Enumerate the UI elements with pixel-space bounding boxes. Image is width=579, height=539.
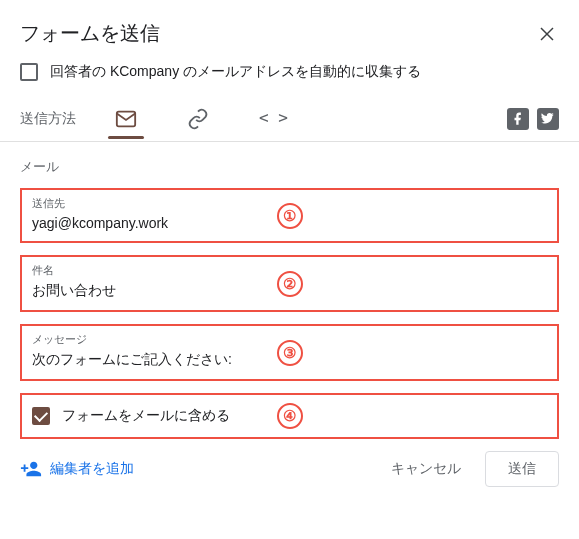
to-field[interactable]: 送信先 yagi@kcompany.work ① <box>20 188 559 243</box>
message-field[interactable]: メッセージ 次のフォームにご記入ください: ③ <box>20 324 559 381</box>
dialog-title: フォームを送信 <box>20 20 160 47</box>
dialog-footer: 編集者を追加 キャンセル 送信 <box>20 451 559 487</box>
method-tab-link[interactable] <box>176 101 220 137</box>
social-share <box>507 108 559 130</box>
annotation-1: ① <box>277 203 303 229</box>
link-icon <box>187 108 209 130</box>
share-facebook-button[interactable] <box>507 108 529 130</box>
collect-emails-label: 回答者の KCompany のメールアドレスを自動的に収集する <box>50 63 421 81</box>
cancel-button[interactable]: キャンセル <box>377 452 475 486</box>
method-tab-embed[interactable]: < > <box>248 101 292 137</box>
send-method-row: 送信方法 < > <box>20 101 559 137</box>
add-editor-label: 編集者を追加 <box>50 460 134 478</box>
embed-icon: < > <box>259 108 281 130</box>
send-form-dialog: フォームを送信 回答者の KCompany のメールアドレスを自動的に収集する … <box>0 0 579 503</box>
include-form-row: フォームをメールに含める ④ <box>20 393 559 439</box>
include-form-checkbox[interactable] <box>32 407 50 425</box>
close-button[interactable] <box>535 22 559 46</box>
send-method-label: 送信方法 <box>20 110 76 128</box>
annotation-3: ③ <box>277 340 303 366</box>
twitter-icon <box>541 112 555 126</box>
send-button[interactable]: 送信 <box>485 451 559 487</box>
annotation-4: ④ <box>277 403 303 429</box>
collect-emails-row: 回答者の KCompany のメールアドレスを自動的に収集する <box>20 63 559 81</box>
footer-actions: キャンセル 送信 <box>377 451 559 487</box>
include-form-label: フォームをメールに含める <box>62 407 230 425</box>
annotation-2: ② <box>277 271 303 297</box>
divider <box>0 141 579 142</box>
share-twitter-button[interactable] <box>537 108 559 130</box>
close-icon <box>538 25 556 43</box>
subject-field[interactable]: 件名 お問い合わせ ② <box>20 255 559 312</box>
collect-emails-checkbox[interactable] <box>20 63 38 81</box>
section-label-email: メール <box>20 158 559 176</box>
dialog-header: フォームを送信 <box>20 20 559 47</box>
add-person-icon <box>20 458 42 480</box>
facebook-icon <box>511 112 525 126</box>
add-editor-button[interactable]: 編集者を追加 <box>20 458 134 480</box>
method-tab-email[interactable] <box>104 101 148 137</box>
mail-icon <box>115 108 137 130</box>
